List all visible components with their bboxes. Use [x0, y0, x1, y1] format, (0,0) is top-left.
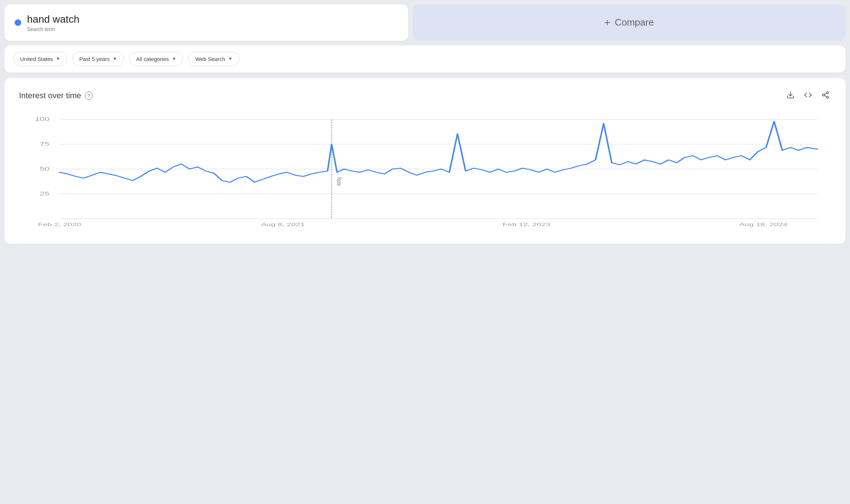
- chevron-down-icon: ▼: [228, 56, 232, 61]
- search-card: hand watch Search term: [4, 4, 408, 41]
- svg-text:Aug 8, 2021: Aug 8, 2021: [261, 221, 305, 227]
- svg-text:Feb 2, 2020: Feb 2, 2020: [38, 221, 81, 227]
- chevron-down-icon: ▼: [113, 56, 117, 61]
- filter-category-label: All categories: [136, 56, 169, 62]
- top-section: hand watch Search term + Compare: [4, 4, 846, 41]
- chart-svg: 100 75 50 25 Note Feb 2, 2020 Aug 8, 202…: [19, 111, 831, 235]
- svg-text:Note: Note: [336, 177, 344, 186]
- svg-text:25: 25: [40, 191, 50, 196]
- search-info: hand watch Search term: [27, 13, 79, 32]
- svg-text:Aug 18, 2024: Aug 18, 2024: [739, 221, 788, 227]
- svg-text:50: 50: [40, 166, 50, 172]
- filter-category[interactable]: All categories ▼: [129, 52, 183, 66]
- filters-section: United States ▼ Past 5 years ▼ All categ…: [4, 45, 846, 73]
- download-button[interactable]: [785, 89, 796, 102]
- search-type: Search term: [27, 26, 79, 32]
- chart-card: Interest over time ?: [4, 78, 846, 244]
- filter-region-label: United States: [20, 56, 53, 62]
- embed-button[interactable]: [802, 89, 813, 102]
- filter-time[interactable]: Past 5 years ▼: [72, 52, 124, 66]
- chart-title-area: Interest over time ?: [19, 91, 93, 100]
- filter-time-label: Past 5 years: [79, 56, 110, 62]
- svg-text:75: 75: [40, 141, 50, 147]
- interest-line: [60, 121, 817, 182]
- svg-line-5: [824, 93, 827, 95]
- compare-plus-icon: +: [604, 17, 610, 28]
- chart-actions: [785, 89, 831, 102]
- search-dot: [15, 19, 21, 26]
- filter-search-type-label: Web Search: [195, 56, 225, 62]
- help-icon[interactable]: ?: [85, 92, 93, 100]
- svg-line-4: [824, 95, 827, 97]
- chart-title: Interest over time: [19, 91, 81, 100]
- filter-region[interactable]: United States ▼: [13, 52, 67, 66]
- chevron-down-icon: ▼: [56, 56, 60, 61]
- filter-search-type[interactable]: Web Search ▼: [188, 52, 239, 66]
- chart-header: Interest over time ?: [19, 89, 831, 102]
- compare-card[interactable]: + Compare: [413, 4, 846, 41]
- chevron-down-icon: ▼: [172, 56, 176, 61]
- compare-label: Compare: [615, 17, 654, 28]
- share-button[interactable]: [820, 89, 831, 102]
- search-term: hand watch: [27, 13, 79, 26]
- chart-area: 100 75 50 25 Note Feb 2, 2020 Aug 8, 202…: [19, 111, 831, 235]
- svg-text:Feb 12, 2023: Feb 12, 2023: [502, 221, 550, 227]
- svg-text:100: 100: [35, 116, 49, 122]
